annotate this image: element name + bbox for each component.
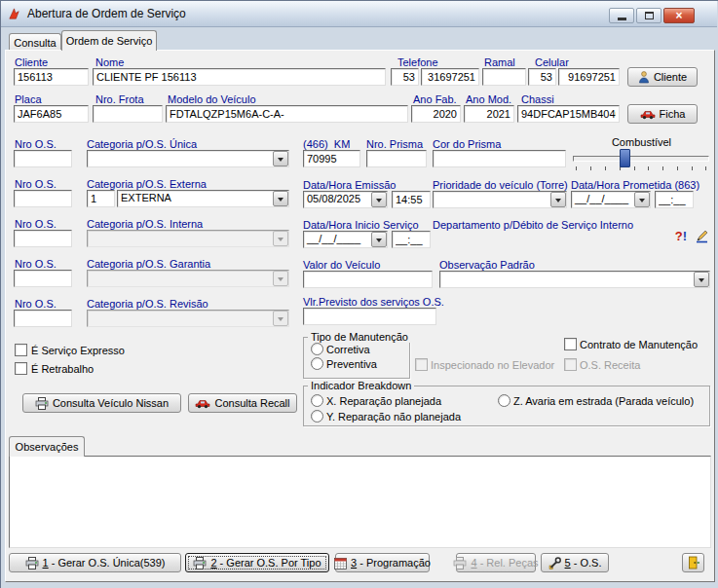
- nro-prisma-input[interactable]: [366, 150, 427, 167]
- chevron-down-icon[interactable]: [371, 192, 387, 207]
- nro-os-externa-label: Nro O.S.: [15, 178, 57, 190]
- cliente-button[interactable]: Cliente: [627, 67, 698, 87]
- categoria-externa-code-input[interactable]: [87, 190, 115, 207]
- contrato-manutencao-label: Contrato de Manutenção: [580, 339, 698, 350]
- close-button[interactable]: ×: [663, 8, 695, 23]
- nro-os-unica-input[interactable]: [14, 150, 72, 167]
- valor-veiculo-input[interactable]: [303, 271, 433, 288]
- departamento-help-button[interactable]: ?!: [671, 226, 691, 245]
- prometida-date-picker[interactable]: __/__/____: [571, 191, 651, 208]
- nro-os-interna-input[interactable]: [14, 230, 72, 247]
- frota-label: Nro. Frota: [95, 93, 144, 105]
- app-flame-icon: [7, 7, 21, 21]
- ano-mod-input[interactable]: [464, 105, 514, 123]
- ramal-label: Ramal: [484, 56, 515, 68]
- corretiva-radio[interactable]: [311, 343, 323, 355]
- chassi-input[interactable]: [517, 105, 620, 123]
- nro-os-revisao-input[interactable]: [14, 310, 72, 327]
- maximize-icon: [645, 12, 654, 19]
- retrabalho-checkbox[interactable]: [15, 362, 27, 375]
- categoria-unica-label: Categoria p/O.S. Única: [87, 138, 197, 150]
- categoria-externa-value: EXTERNA: [118, 191, 273, 206]
- categoria-revisao-select: [87, 310, 289, 327]
- emissao-date-picker[interactable]: 05/08/2025: [303, 191, 388, 208]
- combustivel-slider-handle[interactable]: [620, 149, 630, 167]
- km-input[interactable]: [303, 150, 360, 167]
- printer-icon: [453, 557, 467, 570]
- nro-os-garantia-input[interactable]: [14, 270, 72, 287]
- chevron-down-icon[interactable]: [371, 232, 387, 247]
- breakdown-z-radio[interactable]: [498, 394, 510, 407]
- tab-observacoes[interactable]: Observações: [9, 436, 85, 457]
- telefone-label: Telefone: [397, 56, 438, 68]
- celular-input[interactable]: [558, 68, 620, 86]
- telefone-input[interactable]: [421, 68, 479, 86]
- consulta-nissan-label: Consulta Veículo Nissan: [53, 397, 169, 409]
- emissao-time-input[interactable]: [392, 191, 431, 208]
- tab-consulta[interactable]: Consulta: [9, 33, 61, 51]
- slider-tick: [692, 166, 693, 170]
- inspecionado-elevador-checkbox: [415, 358, 428, 371]
- chevron-down-icon[interactable]: [273, 151, 288, 166]
- nro-os-externa-input[interactable]: [14, 190, 72, 207]
- vlr-previsto-label: Vlr.Previsto dos serviços O.S.: [303, 296, 444, 308]
- ano-fab-input[interactable]: [411, 105, 461, 123]
- slider-tick: [634, 166, 635, 170]
- observacao-padrao-select[interactable]: [439, 271, 710, 288]
- rel-pecas-label: 4 - Rel. Peças: [471, 557, 538, 569]
- preventiva-radio[interactable]: [311, 357, 323, 370]
- consulta-recall-button[interactable]: Consulta Recall: [188, 393, 297, 413]
- modelo-input[interactable]: [166, 105, 408, 123]
- cliente-label: Cliente: [15, 56, 48, 68]
- inicio-time-input[interactable]: [392, 231, 431, 248]
- nro-os-unica-label: Nro O.S.: [15, 138, 57, 150]
- gerar-os-por-tipo-button[interactable]: 2 - Gerar O.S. Por Tipo: [185, 553, 329, 572]
- categoria-interna-select: [87, 230, 289, 247]
- celular-ddd-input[interactable]: [528, 68, 556, 86]
- observacoes-textarea[interactable]: [9, 456, 711, 548]
- departamento-edit-button[interactable]: [692, 226, 711, 245]
- retrabalho-label: É Retrabalho: [31, 363, 94, 375]
- tab-ordem-de-servico[interactable]: Ordem de Serviço: [61, 30, 157, 51]
- chevron-down-icon[interactable]: [694, 272, 709, 287]
- servico-expresso-checkbox[interactable]: [15, 344, 27, 356]
- nome-input[interactable]: [93, 68, 386, 86]
- inicio-date-picker[interactable]: __/__/____: [303, 231, 388, 248]
- vlr-previsto-input[interactable]: [303, 308, 436, 325]
- chevron-down-icon[interactable]: [634, 192, 650, 207]
- ramal-input[interactable]: [482, 68, 526, 86]
- categoria-externa-select[interactable]: EXTERNA: [117, 190, 289, 207]
- prometida-time-input[interactable]: [655, 191, 694, 208]
- ficha-button[interactable]: Ficha: [627, 104, 698, 124]
- breakdown-y-radio[interactable]: [311, 410, 323, 423]
- nro-os-interna-label: Nro O.S.: [15, 218, 57, 230]
- consulta-veiculo-nissan-button[interactable]: Consulta Veículo Nissan: [22, 393, 181, 413]
- minimize-button[interactable]: [609, 8, 634, 23]
- frota-input[interactable]: [93, 105, 163, 123]
- categoria-unica-select[interactable]: [87, 150, 289, 167]
- categoria-garantia-value: [88, 271, 273, 286]
- contrato-manutencao-checkbox[interactable]: [564, 338, 577, 350]
- programacao-button[interactable]: 3 - Programação: [335, 553, 430, 572]
- observacao-padrao-label: Observação Padrão: [439, 259, 535, 271]
- categoria-interna-value: [88, 231, 273, 246]
- cor-prisma-input[interactable]: [433, 150, 566, 167]
- chevron-down-icon[interactable]: [273, 191, 288, 206]
- placa-input[interactable]: [14, 105, 89, 123]
- programacao-label: 3 - Programação: [351, 557, 431, 569]
- question-mark-icon: ?!: [675, 229, 687, 243]
- exit-button[interactable]: [682, 553, 704, 572]
- os-button[interactable]: 5 - O.S.: [541, 553, 609, 572]
- telefone-ddd-input[interactable]: [391, 68, 419, 86]
- nro-os-garantia-label: Nro O.S.: [15, 258, 57, 270]
- tab-observacoes-label: Observações: [16, 441, 79, 453]
- breakdown-x-radio[interactable]: [311, 394, 323, 407]
- chevron-down-icon[interactable]: [550, 192, 566, 207]
- categoria-garantia-select: [87, 270, 289, 287]
- chassi-label: Chassi: [521, 93, 554, 105]
- maximize-button[interactable]: [636, 8, 661, 23]
- cliente-code-input[interactable]: [14, 68, 89, 86]
- gerar-os-unica-button[interactable]: 1 - Gerar O.S. Única(539): [9, 553, 181, 572]
- prioridade-select[interactable]: [433, 191, 567, 208]
- combustivel-slider-track[interactable]: [573, 156, 709, 162]
